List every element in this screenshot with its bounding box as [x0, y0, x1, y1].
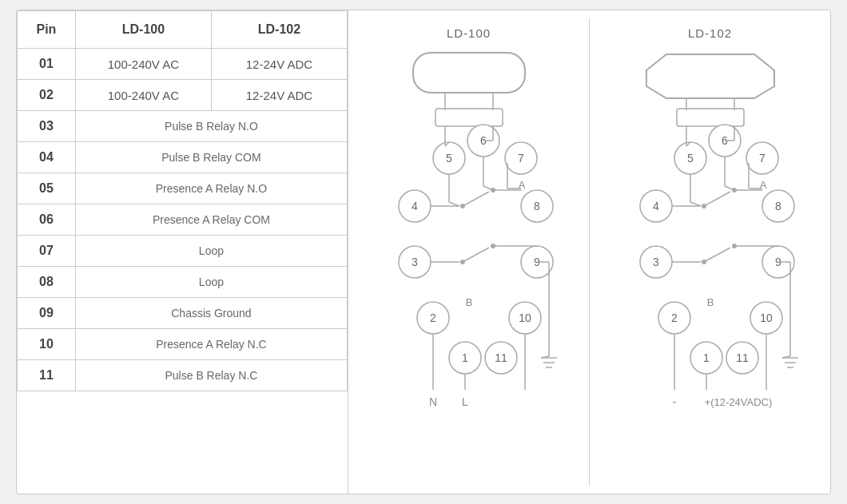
svg-text:-: -: [672, 395, 676, 408]
pin-description-cell: Pulse B Relay COM: [75, 142, 347, 173]
pin-cell: 02: [18, 80, 76, 111]
pin-description-cell: Loop: [75, 236, 347, 267]
svg-text:B: B: [706, 296, 714, 308]
pin-cell: 03: [18, 111, 76, 142]
pin-cell: 09: [18, 298, 76, 329]
svg-rect-3: [435, 109, 503, 126]
col-header-ld100: LD-100: [75, 11, 211, 49]
svg-text:1: 1: [462, 351, 468, 364]
pin-cell: 11: [18, 360, 76, 391]
svg-text:4: 4: [412, 200, 418, 212]
main-container: Pin LD-100 LD-102 01100-240V AC12-24V AD…: [16, 10, 831, 494]
svg-marker-62: [646, 54, 774, 98]
svg-text:11: 11: [495, 351, 507, 364]
pin-description-cell: Presence A Relay N.O: [75, 173, 347, 204]
pin-description-cell: Loop: [75, 267, 347, 298]
svg-text:L: L: [462, 395, 468, 408]
ld102-svg: 6 7 5 4 8 3 9 2 10 1 11: [606, 46, 814, 478]
pin-description-cell: Presence A Relay COM: [75, 204, 347, 236]
svg-text:3: 3: [653, 256, 659, 268]
diagrams-section: LD-100 6 7 5 4: [348, 10, 830, 494]
svg-text:10: 10: [519, 312, 531, 324]
svg-text:8: 8: [775, 200, 781, 212]
pin-cell: 07: [18, 236, 76, 267]
pin-description-cell: Pulse B Relay N.O: [75, 111, 347, 142]
svg-text:N: N: [428, 395, 436, 408]
svg-text:10: 10: [760, 312, 773, 324]
svg-text:B: B: [465, 296, 472, 308]
svg-text:8: 8: [534, 200, 540, 212]
svg-line-95: [725, 186, 734, 190]
ld100-value-cell: 100-240V AC: [75, 49, 211, 80]
svg-line-33: [483, 186, 493, 190]
pin-description-cell: Presence A Relay N.C: [75, 329, 347, 360]
ld100-value-cell: 100-240V AC: [75, 80, 211, 111]
svg-line-101: [704, 248, 730, 262]
svg-text:3: 3: [412, 256, 418, 268]
pin-description-cell: Chassis Ground: [75, 298, 347, 329]
ld100-svg: 6 7 5 4 8 3 9 2: [365, 46, 573, 478]
svg-line-30: [463, 192, 489, 206]
svg-text:4: 4: [653, 200, 659, 212]
ld102-value-cell: 12-24V ADC: [211, 80, 347, 111]
svg-line-92: [704, 192, 730, 206]
ld102-title: LD-102: [688, 26, 732, 40]
svg-text:5: 5: [687, 152, 694, 165]
pin-cell: 06: [18, 204, 76, 236]
svg-rect-0: [413, 53, 525, 93]
ld100-title: LD-100: [447, 26, 491, 40]
pin-table: Pin LD-100 LD-102 01100-240V AC12-24V AD…: [17, 10, 348, 494]
svg-rect-65: [677, 109, 744, 126]
col-header-pin: Pin: [18, 11, 76, 49]
svg-text:7: 7: [518, 152, 524, 165]
svg-text:1: 1: [703, 351, 710, 364]
pin-cell: 01: [18, 49, 76, 80]
pin-cell: 08: [18, 267, 76, 298]
ld102-value-cell: 12-24V ADC: [211, 49, 347, 80]
pin-cell: 10: [18, 329, 76, 360]
svg-text:2: 2: [671, 312, 678, 324]
svg-text:5: 5: [446, 152, 452, 165]
ld102-diagram: LD-102 6 7 5 4 8 3: [590, 18, 830, 486]
pin-cell: 05: [18, 173, 76, 204]
svg-text:7: 7: [759, 152, 765, 165]
pin-description-cell: Pulse B Relay N.C: [75, 360, 347, 391]
pin-cell: 04: [18, 142, 76, 173]
svg-text:11: 11: [736, 351, 749, 364]
svg-text:+(12-24VADC): +(12-24VADC): [704, 396, 772, 408]
col-header-ld102: LD-102: [211, 11, 347, 49]
ld100-diagram: LD-100 6 7 5 4: [348, 18, 590, 486]
svg-line-41: [463, 248, 489, 262]
svg-text:2: 2: [430, 312, 436, 324]
